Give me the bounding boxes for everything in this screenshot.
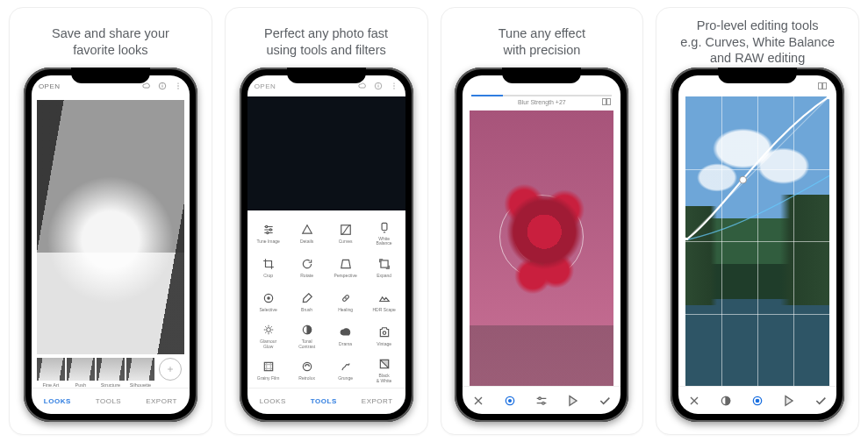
tool-curves[interactable]: Curves [326, 216, 365, 250]
compare-icon[interactable] [601, 96, 612, 107]
crop-icon [262, 257, 276, 271]
cloud-icon[interactable] [358, 82, 367, 90]
info-icon[interactable] [374, 82, 383, 90]
main-photo[interactable] [470, 110, 613, 386]
cancel-button[interactable] [471, 394, 485, 408]
presets-button[interactable] [782, 394, 796, 408]
look-thumb[interactable]: Fine Art [37, 358, 65, 388]
notch [718, 68, 797, 83]
tab-tools[interactable]: TOOLS [311, 397, 337, 405]
notch [71, 68, 150, 83]
more-icon[interactable] [174, 82, 183, 90]
tune-image-icon [262, 223, 276, 237]
svg-rect-24 [264, 363, 272, 371]
dimmed-photo: Tune ImageDetailsCurvesWhite BalanceCrop… [247, 96, 405, 414]
tool-retrolux[interactable]: Retrolux [288, 353, 326, 388]
tool-label: Crop [263, 274, 273, 279]
tool-label: Retrolux [298, 376, 315, 381]
bottom-tab-bar: LOOKS TOOLS EXPORT [32, 388, 190, 414]
adjust-button[interactable] [534, 394, 549, 408]
tool-label: Rotate [300, 274, 313, 279]
tool-glamour-glow[interactable]: Glamour Glow [249, 319, 288, 353]
tool-details[interactable]: Details [288, 216, 326, 250]
look-thumb[interactable]: Push [67, 358, 95, 388]
tool-label: Tonal Contrast [298, 339, 315, 349]
caption: Perfect any photo fast using tools and f… [262, 17, 390, 68]
grunge-icon [339, 360, 353, 374]
looks-strip: Fine Art Push Structure Silhouette [37, 358, 184, 388]
retrolux-icon [300, 360, 314, 374]
svg-rect-16 [382, 223, 387, 230]
tool-tonal-contrast[interactable]: Tonal Contrast [288, 319, 326, 353]
curves-line[interactable] [685, 96, 829, 240]
tool-label: Perspective [334, 274, 357, 279]
channel-selector-button[interactable] [750, 394, 764, 408]
open-button[interactable]: OPEN [255, 82, 276, 90]
svg-point-11 [393, 88, 394, 89]
svg-rect-27 [603, 99, 606, 105]
tool-label: Details [300, 239, 313, 245]
tool-drama[interactable]: Drama [326, 319, 365, 353]
phone-frame [671, 68, 844, 422]
app-screen-curves [678, 75, 836, 414]
tab-export[interactable]: EXPORT [146, 397, 177, 405]
tool-hdr-scape[interactable]: HDR Scape [365, 285, 404, 319]
svg-point-14 [266, 232, 268, 233]
edit-action-bar [463, 386, 621, 414]
look-thumb[interactable]: Structure [97, 358, 125, 388]
black-white-icon [377, 357, 391, 371]
invert-button[interactable] [566, 394, 580, 408]
blur-inner-ring[interactable] [514, 210, 569, 264]
more-icon[interactable] [390, 82, 398, 90]
info-icon[interactable] [158, 82, 167, 90]
add-look-button[interactable] [156, 358, 184, 388]
tool-rotate[interactable]: Rotate [288, 250, 326, 284]
tab-looks[interactable]: LOOKS [44, 397, 71, 405]
tool-label: Tune Image [256, 239, 280, 245]
tool-tune-image[interactable]: Tune Image [249, 216, 288, 250]
screenshot-card-2: Perfect any photo fast using tools and f… [225, 7, 428, 435]
svg-point-4 [177, 85, 178, 86]
tool-perspective[interactable]: Perspective [326, 250, 365, 284]
caption: Save and share your favorite looks [50, 17, 171, 68]
notch [502, 68, 581, 83]
tool-brush[interactable]: Brush [288, 285, 326, 319]
tool-crop[interactable]: Crop [249, 250, 288, 284]
tool-black-white[interactable]: Black & White [365, 353, 404, 388]
main-photo[interactable] [37, 100, 184, 354]
tool-healing[interactable]: Healing [326, 285, 365, 319]
tool-white-balance[interactable]: White Balance [365, 216, 404, 250]
look-thumb[interactable]: Silhouette [126, 358, 154, 388]
svg-point-30 [509, 399, 512, 402]
edit-action-bar [678, 386, 836, 414]
cancel-button[interactable] [687, 394, 701, 408]
screenshot-card-3: Tune any effect with precision Blur Stre… [441, 7, 644, 435]
tool-expand[interactable]: Expand [365, 250, 404, 284]
blur-center-handle[interactable] [536, 232, 547, 242]
main-photo[interactable] [685, 96, 829, 386]
blur-outer-ring[interactable] [499, 195, 584, 279]
tool-vintage[interactable]: Vintage [365, 319, 404, 353]
svg-rect-33 [819, 83, 822, 89]
tool-selective[interactable]: Selective [249, 285, 288, 319]
apply-button[interactable] [814, 394, 828, 408]
svg-rect-7 [377, 85, 378, 88]
svg-rect-2 [161, 84, 162, 85]
bottom-tab-bar: LOOKS TOOLS EXPORT [247, 388, 405, 414]
app-screen-looks: OPEN Fine Art Push Structure Silhouette [32, 75, 190, 414]
tab-tools[interactable]: TOOLS [96, 397, 121, 405]
open-button[interactable]: OPEN [39, 82, 61, 90]
tab-export[interactable]: EXPORT [362, 397, 393, 405]
apply-button[interactable] [598, 394, 612, 408]
tool-grunge[interactable]: Grunge [326, 353, 365, 388]
vintage-icon [377, 325, 391, 339]
blur-shape-button[interactable] [503, 394, 517, 408]
svg-point-3 [177, 82, 178, 83]
compare-icon[interactable] [817, 81, 828, 91]
tool-grainy-film[interactable]: Grainy Film [249, 353, 288, 388]
hdr-scape-icon [377, 291, 391, 305]
svg-point-13 [269, 228, 271, 230]
channel-luminance-button[interactable] [719, 394, 733, 408]
cloud-icon[interactable] [142, 82, 151, 90]
tab-looks[interactable]: LOOKS [260, 397, 286, 405]
